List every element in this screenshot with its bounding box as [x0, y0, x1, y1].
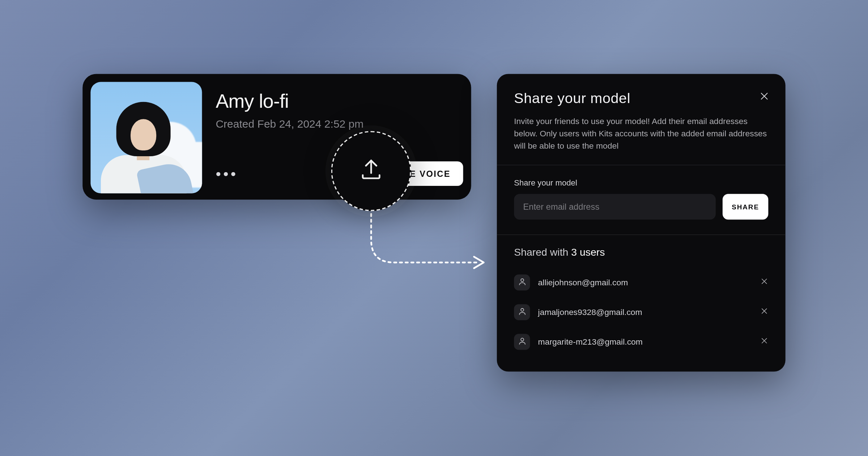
- shared-users-heading: Shared with 3 users: [514, 247, 768, 259]
- shared-user-row: alliejohnson@gmail.com: [514, 268, 768, 297]
- upload-icon: [358, 157, 384, 185]
- share-modal-description: Invite your friends to use your model! A…: [497, 106, 786, 165]
- remove-user-button[interactable]: [760, 307, 768, 317]
- remove-user-button[interactable]: [760, 337, 768, 347]
- shared-user-email: margarite-m213@gmail.com: [538, 337, 753, 346]
- share-form: Share your model SHARE: [497, 165, 786, 234]
- close-icon: [759, 93, 769, 103]
- share-modal-title: Share your model: [514, 90, 768, 106]
- user-avatar: [514, 304, 530, 320]
- model-thumbnail: [90, 82, 202, 193]
- shared-users-section: Shared with 3 users alliejohnson@gmail.c…: [497, 235, 786, 372]
- share-form-label: Share your model: [514, 178, 768, 187]
- connector-arrow: [368, 208, 488, 271]
- model-created-at: Created Feb 24, 2024 2:52 pm: [216, 118, 463, 131]
- svg-point-0: [520, 278, 523, 281]
- user-avatar: [514, 274, 530, 290]
- shared-user-email: alliejohnson@gmail.com: [538, 278, 753, 287]
- close-icon: [760, 307, 768, 317]
- user-icon: [518, 277, 526, 288]
- more-options-button[interactable]: •••: [216, 166, 238, 181]
- shared-user-email: jamaljones9328@gmail.com: [538, 308, 753, 317]
- share-button[interactable]: SHARE: [723, 194, 768, 220]
- user-avatar: [514, 334, 530, 350]
- share-email-input[interactable]: [514, 194, 716, 220]
- share-modal: Share your model Invite your friends to …: [497, 74, 786, 372]
- remove-user-button[interactable]: [760, 277, 768, 287]
- close-icon: [760, 337, 768, 346]
- share-upload-button[interactable]: [331, 131, 411, 211]
- shared-user-row: jamaljones9328@gmail.com: [514, 297, 768, 327]
- shared-user-row: margarite-m213@gmail.com: [514, 327, 768, 357]
- close-button[interactable]: [759, 91, 769, 103]
- model-title: Amy lo-fi: [216, 90, 463, 112]
- close-icon: [760, 277, 768, 287]
- svg-point-2: [520, 338, 523, 341]
- user-icon: [518, 336, 526, 347]
- svg-point-1: [520, 308, 523, 311]
- model-card: Amy lo-fi Created Feb 24, 2024 2:52 pm •…: [82, 74, 471, 200]
- user-icon: [518, 307, 526, 318]
- share-modal-header: Share your model: [497, 74, 786, 106]
